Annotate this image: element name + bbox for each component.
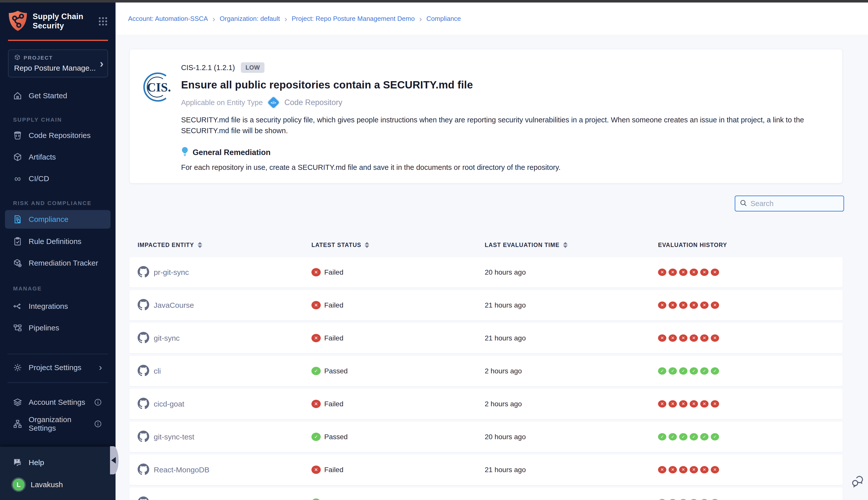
search-input[interactable] xyxy=(751,200,845,208)
sort-icon[interactable] xyxy=(198,242,202,248)
entity-cell[interactable]: cli xyxy=(138,365,311,377)
sidebar-item-label: Get Started xyxy=(28,91,67,100)
history-fail-icon xyxy=(669,334,677,342)
table-row[interactable]: cicd-goat Failed 2 hours ago xyxy=(129,389,843,419)
entity-name[interactable]: git-sync-test xyxy=(154,433,194,441)
sidebar-item-artifacts[interactable]: Artifacts xyxy=(5,148,111,166)
column-label: EVALUATION HISTORY xyxy=(658,242,727,249)
sidebar-item-help[interactable]: ? Help xyxy=(5,453,111,472)
breadcrumb-item[interactable]: Project: Repo Posture Management Demo xyxy=(292,15,415,23)
sidebar-item-project-settings[interactable]: Project Settings › xyxy=(5,358,111,377)
rule-title: Ensure all public repositories contain a… xyxy=(181,79,827,91)
chevron-right-icon: › xyxy=(99,362,102,373)
status-cell: Failed xyxy=(311,268,485,276)
rule-detail-card: CIS. CIS-1.2.1 (1.2.1) LOW Ensure all pu… xyxy=(129,49,843,183)
entity-cell[interactable]: pr-git-sync xyxy=(138,266,311,279)
collapse-left-arrow-icon xyxy=(111,457,116,464)
entity-name[interactable]: cicd-goat xyxy=(154,400,184,408)
github-icon xyxy=(138,266,149,279)
sidebar-nav: Get Started SUPPLY CHAIN Code Repositori… xyxy=(0,77,116,433)
project-name: Repo Posture Manage... xyxy=(14,64,103,72)
remediation-text: For each repository in use, create a SEC… xyxy=(181,163,827,172)
sidebar-item-integrations[interactable]: Integrations xyxy=(5,297,111,316)
table-row[interactable]: Passed xyxy=(129,487,843,500)
sidebar-item-remediation-tracker[interactable]: Remediation Tracker xyxy=(5,254,111,272)
history-fail-icon xyxy=(679,400,687,408)
app-grid-icon[interactable] xyxy=(97,16,108,28)
entity-cell[interactable]: JavaCourse xyxy=(138,299,311,311)
column-header[interactable]: LAST EVALUATION TIME xyxy=(485,242,658,249)
history-fail-icon xyxy=(658,466,666,473)
search-box[interactable] xyxy=(734,195,844,212)
divider xyxy=(8,383,108,383)
history-fail-icon xyxy=(700,269,708,276)
table-row[interactable]: git-sync-test Passed 20 hours ago xyxy=(129,422,843,452)
history-pass-icon xyxy=(690,367,698,375)
status-icon xyxy=(311,433,321,441)
sidebar-item-compliance[interactable]: Compliance xyxy=(5,210,111,229)
last-evaluation-time: 21 hours ago xyxy=(485,466,658,474)
history-fail-icon xyxy=(711,466,719,473)
github-icon xyxy=(138,365,149,377)
status-label: Failed xyxy=(324,268,343,276)
sidebar-item-cicd[interactable]: ∞ CI/CD xyxy=(5,169,111,188)
entity-cell[interactable] xyxy=(138,497,311,500)
user-profile[interactable]: L Lavakush xyxy=(5,475,111,494)
breadcrumb-item[interactable]: Account: Automation-SSCA xyxy=(128,15,208,23)
severity-badge: LOW xyxy=(241,62,264,73)
evaluation-history xyxy=(658,302,843,309)
svg-text:?: ? xyxy=(16,459,18,463)
box-wrench-icon xyxy=(13,258,23,268)
sidebar-item-label: Organization Settings xyxy=(28,415,88,432)
project-cube-icon xyxy=(14,54,21,61)
table-row[interactable]: React-MongoDB Failed 21 hours ago xyxy=(129,455,843,485)
table-body: pr-git-sync Failed 20 hours ago JavaCour… xyxy=(129,257,843,500)
column-header[interactable]: LATEST STATUS xyxy=(311,242,485,249)
brand-accent-rule xyxy=(8,40,108,41)
infinity-icon: ∞ xyxy=(13,174,23,184)
entity-cell[interactable]: cicd-goat xyxy=(138,398,311,410)
sidebar-item-label: Pipelines xyxy=(28,323,59,332)
entity-name[interactable]: pr-git-sync xyxy=(154,268,189,277)
entity-name[interactable]: cli xyxy=(154,367,161,375)
entity-name[interactable]: JavaCourse xyxy=(154,301,194,309)
status-cell: Failed xyxy=(311,301,485,309)
avatar: L xyxy=(13,479,25,491)
cube-icon xyxy=(13,152,23,162)
sidebar-item-pipelines[interactable]: Pipelines xyxy=(5,319,111,337)
entity-name[interactable]: React-MongoDB xyxy=(154,466,209,474)
sidebar-item-code-repositories[interactable]: Code Repositories xyxy=(5,126,111,145)
rule-description: SECURITY.md file is a security policy fi… xyxy=(181,115,826,136)
table-header: IMPACTED ENTITYLATEST STATUSLAST EVALUAT… xyxy=(129,237,843,252)
last-evaluation-time: 21 hours ago xyxy=(485,301,658,309)
table-row[interactable]: cli Passed 2 hours ago xyxy=(129,356,843,386)
table-row[interactable]: git-sync Failed 21 hours ago xyxy=(129,323,843,353)
entity-cell[interactable]: git-sync xyxy=(138,332,311,344)
sidebar-item-organization-settings[interactable]: Organization Settings xyxy=(5,414,111,433)
last-evaluation-time: 21 hours ago xyxy=(485,334,658,342)
sort-icon[interactable] xyxy=(563,242,568,248)
sidebar-item-account-settings[interactable]: Account Settings xyxy=(5,393,111,411)
breadcrumb-item[interactable]: Organization: default xyxy=(220,15,280,23)
column-header[interactable]: IMPACTED ENTITY xyxy=(138,242,311,249)
sort-icon[interactable] xyxy=(365,242,369,248)
entity-cell[interactable]: git-sync-test xyxy=(138,431,311,443)
history-pass-icon xyxy=(658,433,666,441)
evaluation-history xyxy=(658,433,843,441)
status-cell: Passed xyxy=(311,499,485,500)
logo-row: Supply Chain Security xyxy=(0,2,116,33)
breadcrumb-item[interactable]: Compliance xyxy=(427,15,461,23)
table-row[interactable]: JavaCourse Failed 21 hours ago xyxy=(129,290,843,320)
project-selector[interactable]: PROJECT Repo Posture Manage... › xyxy=(8,49,108,77)
support-chat-icon[interactable] xyxy=(851,475,865,490)
sidebar-bottom-panel: ? Help L Lavakush xyxy=(0,447,116,500)
sidebar-item-get-started[interactable]: Get Started xyxy=(5,87,111,105)
sidebar-item-rule-definitions[interactable]: Rule Definitions xyxy=(5,232,111,251)
gear-icon xyxy=(13,363,23,373)
status-cell: Failed xyxy=(311,400,485,408)
entity-name[interactable]: git-sync xyxy=(154,334,180,342)
entity-cell[interactable]: React-MongoDB xyxy=(138,464,311,476)
last-evaluation-time: 2 hours ago xyxy=(485,400,658,408)
table-row[interactable]: pr-git-sync Failed 20 hours ago xyxy=(129,257,843,287)
history-fail-icon xyxy=(679,302,687,309)
